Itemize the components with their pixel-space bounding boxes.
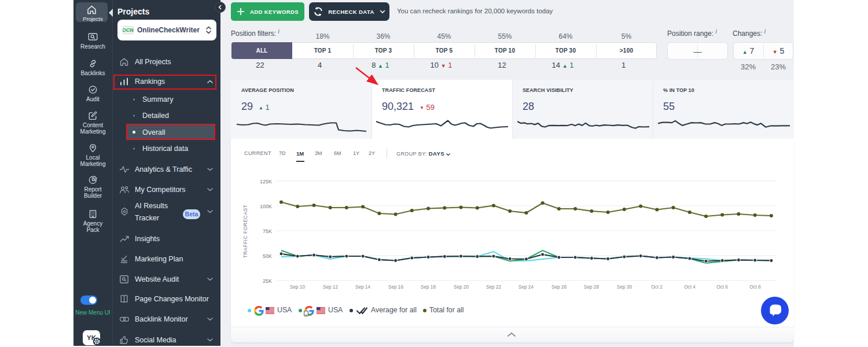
svg-text:75K: 75K — [263, 228, 272, 234]
svg-text:125K: 125K — [260, 179, 272, 184]
svg-text:Sep 16: Sep 16 — [388, 285, 403, 290]
svg-text:Oct 2: Oct 2 — [651, 285, 663, 290]
svg-text:25K: 25K — [263, 278, 272, 284]
svg-text:Sep 28: Sep 28 — [584, 285, 599, 290]
svg-text:OCW: OCW — [123, 27, 134, 33]
svg-text:Oct 4: Oct 4 — [684, 285, 696, 290]
svg-text:Sep 30: Sep 30 — [617, 285, 632, 290]
svg-text:50K: 50K — [263, 253, 272, 259]
svg-text:Sep 22: Sep 22 — [486, 285, 501, 290]
svg-text:Sep 20: Sep 20 — [454, 285, 469, 290]
svg-text:100K: 100K — [260, 204, 272, 209]
svg-text:Sep 18: Sep 18 — [421, 285, 436, 290]
svg-text:Oct 6: Oct 6 — [716, 285, 728, 290]
svg-text:Oct 8: Oct 8 — [749, 285, 761, 290]
svg-text:Sep 12: Sep 12 — [323, 285, 338, 290]
svg-text:Sep 10: Sep 10 — [290, 285, 305, 290]
svg-text:Sep 14: Sep 14 — [355, 285, 370, 290]
svg-text:Sep 26: Sep 26 — [551, 285, 567, 290]
svg-text:Sep 24: Sep 24 — [518, 285, 534, 290]
